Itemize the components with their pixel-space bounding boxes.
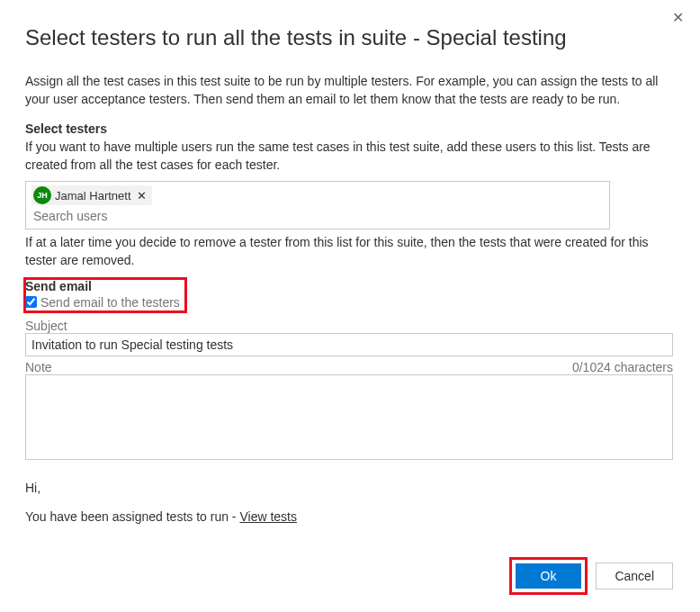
tester-chip: JH Jamal Hartnett ✕ [31,185,152,205]
char-counter: 0/1024 characters [572,360,673,374]
assigned-line: You have been assigned tests to run - Vi… [25,509,673,524]
tester-picker[interactable]: JH Jamal Hartnett ✕ [25,181,610,230]
assigned-prefix: You have been assigned tests to run - [25,509,239,524]
note-label: Note [25,360,52,374]
send-email-section: Send email Send email to the testers [25,279,185,311]
search-users-input[interactable] [31,205,604,225]
cancel-button[interactable]: Cancel [596,562,673,590]
send-email-checkbox-label: Send email to the testers [40,295,180,310]
avatar: JH [33,186,51,204]
email-greeting: Hi, [25,481,673,495]
view-tests-link[interactable]: View tests [239,509,297,524]
close-icon[interactable]: ✕ [669,7,687,29]
subject-label: Subject [25,319,673,333]
send-email-heading: Send email [25,279,180,293]
note-textarea[interactable] [25,374,673,460]
dialog-title: Select testers to run all the tests in s… [25,25,673,50]
select-testers-heading: Select testers [25,122,673,136]
send-email-checkbox-row[interactable]: Send email to the testers [25,295,180,310]
intro-text: Assign all the test cases in this test s… [25,72,673,109]
tester-name: Jamal Hartnett [55,189,131,202]
remove-tester-note: If at a later time you decide to remove … [25,233,673,270]
subject-input[interactable] [25,333,673,356]
ok-highlight: Ok [512,560,586,592]
select-testers-desc: If you want to have multiple users run t… [25,138,673,175]
ok-button[interactable]: Ok [516,563,582,589]
remove-tester-icon[interactable]: ✕ [135,189,147,202]
send-email-checkbox[interactable] [25,296,37,308]
dialog-buttons: Ok Cancel [512,560,673,592]
